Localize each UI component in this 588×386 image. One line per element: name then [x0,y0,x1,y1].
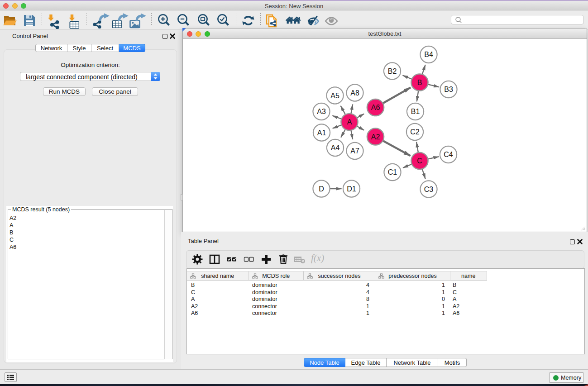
svg-text:A4: A4 [331,144,340,152]
svg-text:D1: D1 [347,185,356,193]
svg-text:A: A [347,118,352,126]
svg-text:A2: A2 [371,133,380,141]
svg-text:A5: A5 [330,92,339,100]
svg-text:A7: A7 [350,147,359,155]
svg-text:B2: B2 [388,67,397,75]
svg-text:D: D [319,185,324,193]
svg-text:B1: B1 [411,108,420,115]
svg-text:C1: C1 [388,168,397,176]
svg-text:A3: A3 [317,108,326,115]
svg-text:B3: B3 [444,86,453,93]
svg-text:A8: A8 [350,89,359,97]
svg-text:C3: C3 [424,186,434,193]
svg-text:A6: A6 [371,104,380,111]
svg-text:C: C [417,157,422,165]
svg-text:C4: C4 [444,151,453,158]
svg-text:B: B [417,79,422,86]
svg-text:B4: B4 [424,51,433,58]
svg-text:A1: A1 [317,129,326,137]
svg-text:C2: C2 [410,128,420,136]
